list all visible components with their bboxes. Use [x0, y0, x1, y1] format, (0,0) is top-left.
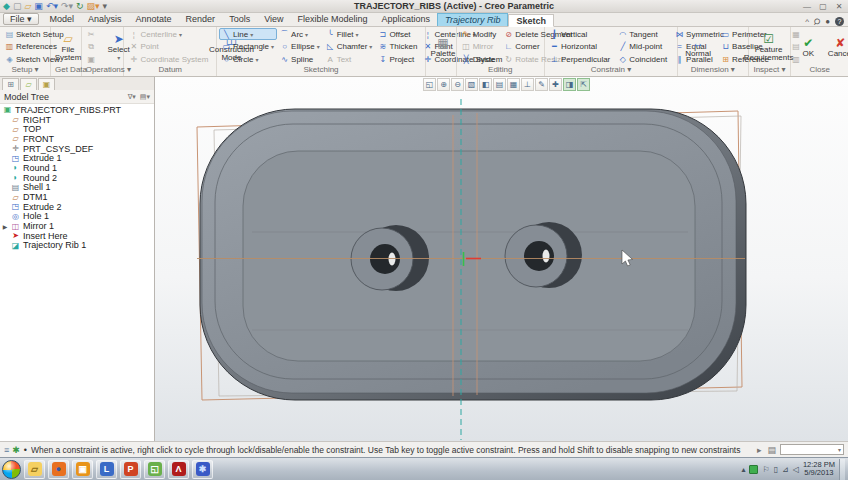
- tab-annotate[interactable]: Annotate: [129, 13, 179, 26]
- circle-button[interactable]: ○Circle▾: [219, 53, 277, 65]
- line-button[interactable]: ╲Line▾: [219, 28, 277, 40]
- hidden-icons-arrow[interactable]: ▴: [741, 465, 745, 474]
- tab-tools[interactable]: Tools: [222, 13, 257, 26]
- project-button[interactable]: ↧Project: [375, 53, 420, 65]
- group-label-inspect[interactable]: Inspect ▾: [751, 65, 789, 76]
- model-canvas[interactable]: [155, 77, 848, 441]
- tab-analysis[interactable]: Analysis: [81, 13, 129, 26]
- tab-view[interactable]: View: [257, 13, 290, 26]
- annotation-display-icon[interactable]: ✎: [535, 78, 548, 91]
- start-button[interactable]: [2, 460, 21, 479]
- sketch-orientation-icon[interactable]: ⇱: [577, 78, 590, 91]
- help-icon[interactable]: ?: [835, 17, 844, 26]
- tab-trajectory-rib[interactable]: Trajectory Rib: [437, 13, 508, 26]
- zoom-out-icon[interactable]: ⊖: [451, 78, 464, 91]
- file-system-button[interactable]: ▱File System: [53, 28, 83, 65]
- horizontal-constraint-button[interactable]: ━Horizontal: [547, 41, 613, 53]
- vertical-constraint-button[interactable]: ┃Vertical: [547, 28, 613, 40]
- tree-item-dtm1[interactable]: ▱DTM1: [0, 192, 154, 202]
- tree-item-trajectory-rib1[interactable]: ◪Trajectory Rib 1: [0, 241, 154, 251]
- minimize-button[interactable]: —: [801, 2, 813, 11]
- creo-tools-taskbar-item[interactable]: ✱: [192, 460, 213, 479]
- presence-icon[interactable]: ●: [825, 17, 830, 26]
- status-filter-select[interactable]: ▾: [780, 444, 844, 455]
- prompt-history-icon[interactable]: ▸: [757, 445, 762, 455]
- new-file-icon[interactable]: ▢: [13, 2, 22, 11]
- license-tool-taskbar-item[interactable]: L: [96, 460, 117, 479]
- group-label-constrain[interactable]: Constrain ▾: [547, 65, 675, 76]
- adobe-reader-taskbar-item[interactable]: Λ: [168, 460, 189, 479]
- tree-item-front[interactable]: ▱FRONT: [0, 134, 154, 144]
- perpendicular-constraint-button[interactable]: ⊥Perpendicular: [547, 53, 613, 65]
- powerpoint-taskbar-item[interactable]: P: [120, 460, 141, 479]
- datum-display-icon[interactable]: ⊥: [521, 78, 534, 91]
- redo-icon[interactable]: ↷▾: [61, 2, 73, 11]
- midpoint-constraint-button[interactable]: ╱Mid-point: [615, 41, 670, 53]
- model-part[interactable]: [200, 109, 746, 400]
- divide-button[interactable]: ╳Divide: [459, 53, 500, 65]
- view-manager-icon[interactable]: ▦: [507, 78, 520, 91]
- creo-logo-icon[interactable]: ◆: [3, 2, 10, 11]
- group-label-dimension[interactable]: Dimension ▾: [680, 65, 745, 76]
- boss-right[interactable]: [505, 222, 582, 288]
- tree-item-hole1[interactable]: ◎Hole 1: [0, 212, 154, 222]
- zoom-in-icon[interactable]: ⊕: [437, 78, 450, 91]
- restore-button[interactable]: ▢: [817, 2, 829, 11]
- modify-button[interactable]: ✎Modify: [459, 28, 500, 40]
- palette-button[interactable]: ▦Palette: [428, 28, 458, 65]
- model-tree-tab[interactable]: ⊞: [2, 78, 19, 90]
- tree-settings-icon[interactable]: ▤▾: [140, 93, 150, 101]
- message-log-icon[interactable]: ≡: [4, 445, 9, 455]
- tree-item-extrude2[interactable]: ◳Extrude 2: [0, 202, 154, 212]
- arc-button[interactable]: ⌒Arc▾: [277, 28, 323, 40]
- boss-left[interactable]: [351, 225, 429, 291]
- tree-item-top[interactable]: ▱TOP: [0, 124, 154, 134]
- offset-button[interactable]: ⊐Offset: [375, 28, 420, 40]
- tab-file[interactable]: File ▾: [3, 13, 39, 25]
- regenerate-icon[interactable]: ↻: [76, 2, 84, 11]
- group-label-operations[interactable]: Operations ▾: [84, 65, 122, 76]
- show-desktop-button[interactable]: [839, 459, 845, 480]
- creo-tray-status-icon[interactable]: [749, 465, 758, 474]
- tab-render[interactable]: Render: [179, 13, 223, 26]
- sketcher-display-icon[interactable]: ◨: [563, 78, 576, 91]
- fillet-button[interactable]: ╰Fillet▾: [323, 28, 376, 40]
- undo-icon[interactable]: ↶▾: [46, 2, 58, 11]
- thicken-button[interactable]: ≋Thicken: [375, 41, 420, 53]
- search-icon[interactable]: Ϙ: [814, 17, 820, 26]
- favorites-tab[interactable]: ▣: [38, 78, 55, 90]
- normal-dimension-button[interactable]: ↔Normal: [680, 28, 716, 65]
- recorder-taskbar-item[interactable]: ▣: [72, 460, 93, 479]
- tree-item-round2[interactable]: ◗Round 2: [0, 173, 154, 183]
- save-file-icon[interactable]: ▣: [34, 2, 43, 11]
- tree-item-mirror1[interactable]: ▶◫Mirror 1: [0, 221, 154, 231]
- repaint-icon[interactable]: ▧: [465, 78, 478, 91]
- spline-button[interactable]: ∿Spline: [277, 53, 323, 65]
- rectangle-button[interactable]: ▭Rectangle▾: [219, 41, 277, 53]
- tree-item-csys[interactable]: ✛PRT_CSYS_DEF: [0, 144, 154, 154]
- chamfer-button[interactable]: ◺Chamfer▾: [323, 41, 376, 53]
- tree-item-part[interactable]: ▣TRAJECTORY_RIBS.PRT: [0, 105, 154, 115]
- close-button[interactable]: ✕: [833, 2, 845, 11]
- find-in-messages-icon[interactable]: ▤: [767, 445, 776, 455]
- tangent-constraint-button[interactable]: ◠Tangent: [615, 28, 670, 40]
- spin-center-icon[interactable]: ✚: [549, 78, 562, 91]
- creo-parametric-taskbar-item[interactable]: ◱: [144, 460, 165, 479]
- firefox-taskbar-item[interactable]: ●: [48, 460, 69, 479]
- ellipse-button[interactable]: ○Ellipse▾: [277, 41, 323, 53]
- explorer-taskbar-item[interactable]: ▱: [24, 460, 45, 479]
- saved-orientations-icon[interactable]: ▤: [493, 78, 506, 91]
- tab-applications[interactable]: Applications: [375, 13, 438, 26]
- power-icon[interactable]: ▯: [774, 465, 778, 474]
- ok-button[interactable]: ✔OK: [793, 28, 823, 65]
- group-label-setup[interactable]: Setup ▾: [2, 65, 48, 76]
- feature-requirements-button[interactable]: ☑Feature Requirements: [751, 28, 787, 65]
- tree-item-right[interactable]: ▱RIGHT: [0, 115, 154, 125]
- taskbar-clock[interactable]: 12:28 PM 5/9/2013: [803, 461, 835, 478]
- volume-icon[interactable]: ◁: [793, 465, 799, 474]
- collapse-ribbon-icon[interactable]: ^: [805, 17, 809, 26]
- tab-sketch[interactable]: Sketch: [508, 14, 554, 27]
- window-manager-icon[interactable]: ▨▾: [87, 2, 100, 11]
- tree-item-insert-here[interactable]: ➤Insert Here: [0, 231, 154, 241]
- tree-filter-icon[interactable]: ∇▾: [128, 93, 136, 101]
